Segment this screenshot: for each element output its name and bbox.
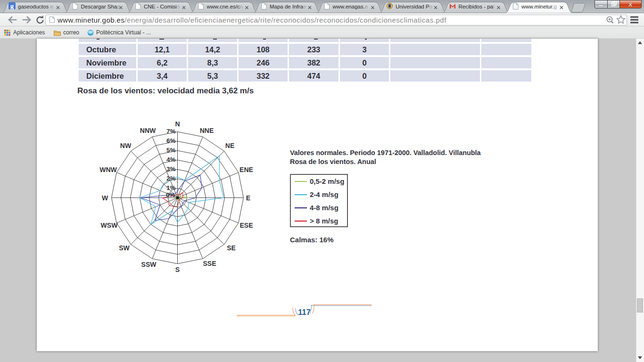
- svg-text:WNW: WNW: [99, 166, 117, 173]
- svg-text:S: S: [175, 266, 180, 273]
- svg-text:NW: NW: [120, 142, 132, 149]
- svg-text:2-4 m/sg: 2-4 m/sg: [310, 190, 339, 198]
- svg-text:www.cne.es/cn: www.cne.es/cn: [206, 4, 243, 9]
- svg-text:Mapa de Infrae: Mapa de Infrae: [270, 4, 306, 9]
- svg-text:SSW: SSW: [141, 261, 157, 268]
- svg-text:4%: 4%: [166, 156, 176, 163]
- svg-text:ENE: ENE: [239, 166, 253, 173]
- svg-text:> 8 m/sg: > 8 m/sg: [310, 217, 338, 225]
- svg-text:7%: 7%: [166, 128, 176, 135]
- svg-text:SW: SW: [119, 244, 130, 252]
- svg-text:W: W: [102, 194, 108, 202]
- svg-text:117: 117: [298, 308, 311, 316]
- svg-text:0%: 0%: [166, 191, 175, 198]
- svg-text:NNW: NNW: [140, 127, 156, 134]
- svg-text:2%: 2%: [166, 175, 176, 182]
- svg-text:4-8 m/sg: 4-8 m/sg: [310, 204, 339, 212]
- svg-text:ESE: ESE: [239, 222, 253, 229]
- svg-text:CNE - Comisió: CNE - Comisió: [144, 4, 180, 9]
- svg-text:Recibidos - pal: Recibidos - pal: [459, 4, 495, 9]
- svg-text:3%: 3%: [166, 165, 176, 173]
- svg-text:www.enagas.e: www.enagas.e: [332, 4, 368, 9]
- svg-text:Descargar Shap: Descargar Shap: [81, 4, 120, 9]
- svg-text:NE: NE: [225, 142, 234, 149]
- svg-text:gaseoductos e: gaseoductos e: [18, 4, 53, 9]
- svg-text:1%: 1%: [166, 184, 176, 191]
- svg-text:E: E: [246, 194, 250, 202]
- svg-text:SE: SE: [227, 244, 236, 252]
- svg-text:N: N: [175, 120, 180, 128]
- svg-text:Universidad Po: Universidad Po: [396, 4, 432, 9]
- svg-text:NNE: NNE: [200, 127, 214, 134]
- svg-text:SSE: SSE: [203, 260, 216, 267]
- svg-text:g: g: [10, 2, 14, 10]
- svg-text:WSW: WSW: [101, 222, 118, 229]
- svg-text:0,5-2 m/sg: 0,5-2 m/sg: [310, 177, 344, 185]
- svg-text:5%: 5%: [166, 147, 176, 154]
- svg-text:6%: 6%: [166, 137, 176, 144]
- svg-text:www.minetur.g: www.minetur.g: [521, 4, 557, 9]
- svg-text:X: X: [628, 1, 633, 8]
